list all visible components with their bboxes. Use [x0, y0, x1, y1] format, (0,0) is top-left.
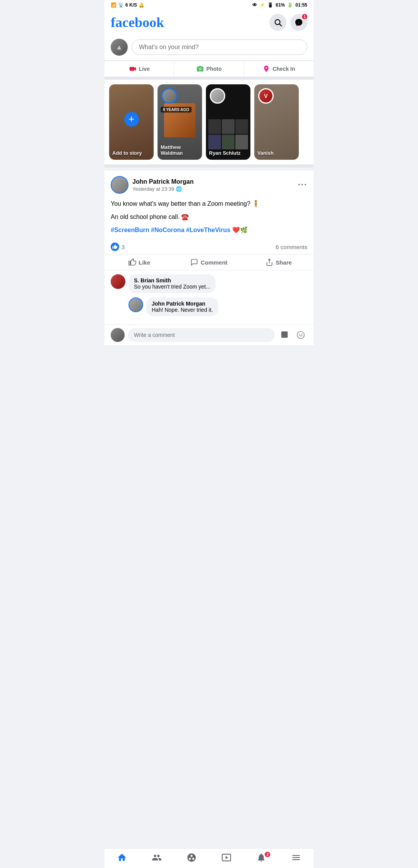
comment-text-1: So you haven't tried Zoom yet...: [134, 284, 210, 290]
svg-point-6: [199, 68, 201, 70]
wifi-icon: 📡: [118, 2, 124, 8]
status-left: 📶 📡 6 K/S 🔔: [111, 2, 144, 8]
facebook-logo: facebook: [111, 14, 164, 31]
add-story-label: Add to story: [112, 150, 151, 156]
like-number: 3: [122, 244, 125, 250]
story-card-vanish[interactable]: V Vanish: [254, 84, 299, 160]
story-card-ryan[interactable]: Ryan Schlutz: [206, 84, 250, 160]
search-button[interactable]: [269, 14, 286, 31]
post-line-2: An old school phone call. ☎️: [111, 212, 307, 222]
comment-item-2: John Patrick Morgan Hah! Nope. Never tri…: [128, 297, 307, 316]
story-label-matthew: Matthew Waldman: [161, 144, 199, 156]
post-line-1: You know what's way better than a Zoom m…: [111, 199, 307, 208]
comments-section: S. Brian Smith So you haven't tried Zoom…: [104, 270, 314, 325]
post-author-name[interactable]: John Patrick Morgan: [132, 178, 194, 185]
comment-item-1: S. Brian Smith So you haven't tried Zoom…: [111, 274, 307, 293]
battery-percent: 61%: [276, 2, 285, 8]
sound-icon: 🔔: [139, 2, 144, 8]
write-comment-row: Write a comment: [104, 325, 314, 345]
stories-row[interactable]: + Add to story 8 YEARS AGO Matthew Waldm…: [104, 80, 314, 164]
story-card-matthew[interactable]: 8 YEARS AGO Matthew Waldman: [158, 84, 202, 160]
bottom-spacer: [104, 345, 314, 372]
eye-icon: 👁: [252, 2, 257, 8]
post-hashtags: #ScreenBurn #NoCorona #LoveTheVirus ❤️🌿: [111, 226, 307, 235]
signal-icon: 📶: [111, 2, 116, 8]
svg-point-10: [299, 334, 300, 335]
story-add-card[interactable]: + Add to story: [109, 84, 154, 160]
privacy-icon: 🌐: [176, 186, 182, 192]
post-timestamp: Yesterday at 23:39 🌐: [132, 186, 194, 192]
post-action-buttons: Like Comment Share: [104, 255, 314, 270]
share-button[interactable]: Share: [244, 255, 314, 270]
story-avatar-ryan: [210, 88, 225, 104]
svg-rect-2: [129, 67, 134, 71]
speed-indicator: 6 K/S: [125, 2, 137, 8]
svg-rect-7: [199, 66, 202, 67]
post-author-details: John Patrick Morgan Yesterday at 23:39 🌐: [132, 178, 194, 192]
story-avatar-vanish: V: [258, 88, 274, 104]
comment-label: Comment: [200, 259, 227, 266]
emoji-icon-button[interactable]: [294, 328, 307, 342]
section-divider-1: [104, 77, 314, 80]
live-label: Live: [139, 66, 150, 72]
write-comment-avatar: [111, 328, 125, 342]
battery-icon: 🔋: [287, 2, 293, 8]
like-thumb-icon: [111, 243, 119, 251]
comment-reply-section: John Patrick Morgan Hah! Nope. Never tri…: [111, 297, 307, 316]
story-label-ryan: Ryan Schlutz: [209, 150, 247, 156]
post-header: John Patrick Morgan Yesterday at 23:39 🌐…: [104, 171, 314, 197]
status-bar: 📶 📡 6 K/S 🔔 👁 ⚡ 📱 61% 🔋 01:55: [104, 0, 314, 10]
post-stats: 3 6 comments: [104, 239, 314, 255]
messenger-badge: 1: [301, 13, 308, 20]
comment-button[interactable]: Comment: [174, 255, 244, 270]
photo-button[interactable]: Photo: [174, 61, 244, 77]
whats-on-your-mind-input[interactable]: What's on your mind?: [132, 39, 307, 55]
comment-author-2[interactable]: John Patrick Morgan: [152, 301, 213, 307]
comment-bubble-2: John Patrick Morgan Hah! Nope. Never tri…: [146, 297, 218, 316]
post-actions-row: Live Photo Check In: [104, 61, 314, 77]
svg-point-11: [302, 334, 302, 335]
like-label: Like: [139, 259, 150, 266]
bluetooth-icon: ⚡: [259, 2, 265, 8]
photo-label: Photo: [206, 66, 222, 72]
status-right: 👁 ⚡ 📱 61% 🔋 01:55: [252, 2, 307, 8]
post-card: John Patrick Morgan Yesterday at 23:39 🌐…: [104, 171, 314, 345]
comment-author-1[interactable]: S. Brian Smith: [134, 277, 210, 284]
comment-count[interactable]: 6 comments: [276, 244, 307, 250]
checkin-button[interactable]: Check In: [244, 61, 314, 77]
comment-avatar-john: [128, 297, 143, 312]
story-add-icon: +: [124, 112, 139, 126]
story-label-vanish: Vanish: [257, 150, 296, 156]
comment-text-2: Hah! Nope. Never tried it.: [152, 307, 213, 313]
comment-bubble-1: S. Brian Smith So you haven't tried Zoom…: [128, 274, 216, 293]
story-avatar-matthew: [161, 88, 177, 104]
post-content: You know what's way better than a Zoom m…: [104, 197, 314, 239]
like-count[interactable]: 3: [111, 243, 125, 251]
camera-icon-button[interactable]: [278, 328, 291, 342]
messenger-button[interactable]: 1: [290, 14, 307, 31]
story-input-row: ▲ What's on your mind?: [104, 35, 314, 61]
section-divider-2: [104, 164, 314, 167]
user-avatar: ▲: [111, 39, 128, 56]
app-header: facebook 1: [104, 10, 314, 35]
svg-marker-3: [134, 67, 136, 71]
post-user-info: John Patrick Morgan Yesterday at 23:39 🌐: [111, 176, 194, 194]
header-icons: 1: [269, 14, 307, 31]
live-button[interactable]: Live: [104, 61, 174, 77]
share-label: Share: [276, 259, 292, 266]
story-time-badge: 8 YEARS AGO: [161, 107, 192, 113]
checkin-label: Check In: [272, 66, 295, 72]
post-more-button[interactable]: ···: [298, 180, 307, 190]
clock: 01:55: [295, 2, 307, 8]
svg-point-9: [297, 331, 304, 338]
post-author-avatar: [111, 176, 128, 194]
write-comment-input[interactable]: Write a comment: [128, 328, 275, 342]
like-button[interactable]: Like: [104, 255, 174, 270]
svg-line-1: [279, 24, 281, 26]
comment-avatar-brian: [111, 274, 125, 289]
phone-icon: 📱: [267, 2, 273, 8]
